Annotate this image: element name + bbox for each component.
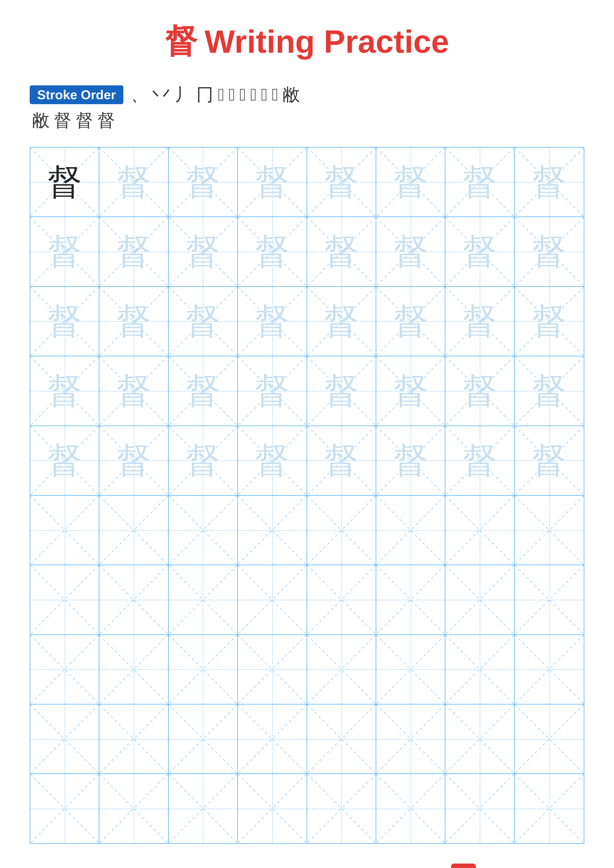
grid-cell-7-2[interactable] bbox=[99, 565, 168, 634]
grid-cell-9-1[interactable] bbox=[30, 704, 99, 773]
grid-cell-8-1[interactable] bbox=[30, 635, 99, 704]
grid-cell-9-2[interactable] bbox=[99, 704, 168, 773]
svg-line-92 bbox=[445, 496, 514, 565]
grid-cell-10-7[interactable] bbox=[445, 774, 515, 843]
grid-cell-1-1[interactable]: 督 bbox=[30, 147, 99, 217]
svg-line-145 bbox=[30, 774, 99, 843]
grid-cell-8-6[interactable] bbox=[376, 635, 445, 704]
grid-cell-8-8[interactable] bbox=[515, 635, 584, 704]
title-character: 督 bbox=[165, 20, 197, 64]
grid-cell-1-2[interactable]: 督 bbox=[99, 147, 168, 217]
grid-cell-10-3[interactable] bbox=[169, 774, 238, 843]
grid-cell-3-8[interactable]: 督 bbox=[515, 287, 584, 356]
grid-cell-6-1[interactable] bbox=[30, 496, 99, 565]
practice-grid: 督 督 督 督 bbox=[30, 147, 584, 844]
grid-cell-4-1[interactable]: 督 bbox=[30, 356, 99, 425]
grid-cell-5-7[interactable]: 督 bbox=[445, 426, 515, 495]
grid-cell-9-4[interactable] bbox=[238, 704, 307, 773]
grid-cell-9-8[interactable] bbox=[515, 704, 584, 773]
grid-cell-4-2[interactable]: 督 bbox=[99, 356, 168, 425]
grid-cell-5-4[interactable]: 督 bbox=[238, 426, 307, 495]
grid-cell-2-3[interactable]: 督 bbox=[169, 217, 238, 286]
grid-cell-5-1[interactable]: 督 bbox=[30, 426, 99, 495]
grid-cell-7-5[interactable] bbox=[307, 565, 376, 634]
grid-cell-5-6[interactable]: 督 bbox=[376, 426, 445, 495]
grid-cell-8-4[interactable] bbox=[238, 635, 307, 704]
svg-line-157 bbox=[445, 774, 514, 843]
grid-cell-5-8[interactable]: 督 bbox=[515, 426, 584, 495]
grid-cell-10-5[interactable] bbox=[307, 774, 376, 843]
grid-cell-9-3[interactable] bbox=[169, 704, 238, 773]
grid-cell-10-8[interactable] bbox=[515, 774, 584, 843]
page-title: 督 Writing Practice bbox=[165, 20, 449, 64]
grid-cell-2-5[interactable]: 督 bbox=[307, 217, 376, 286]
grid-cell-9-7[interactable] bbox=[445, 704, 515, 773]
svg-line-102 bbox=[238, 565, 306, 634]
grid-cell-9-6[interactable] bbox=[376, 704, 445, 773]
grid-cell-8-2[interactable] bbox=[99, 635, 168, 704]
grid-cell-7-4[interactable] bbox=[238, 565, 307, 634]
grid-cell-1-5[interactable]: 督 bbox=[307, 147, 376, 217]
grid-cell-6-8[interactable] bbox=[515, 496, 584, 565]
grid-cell-5-3[interactable]: 督 bbox=[169, 426, 238, 495]
stroke-5: 𠂊 bbox=[218, 85, 224, 105]
grid-cell-3-7[interactable]: 督 bbox=[445, 287, 515, 356]
grid-cell-1-3[interactable]: 督 bbox=[169, 147, 238, 217]
grid-cell-5-2[interactable]: 督 bbox=[99, 426, 168, 495]
svg-line-134 bbox=[238, 704, 306, 773]
svg-line-125 bbox=[445, 635, 514, 704]
grid-cell-6-6[interactable] bbox=[376, 496, 445, 565]
grid-cell-8-7[interactable] bbox=[445, 635, 515, 704]
grid-cell-10-2[interactable] bbox=[99, 774, 168, 843]
stroke-8: 𭐣 bbox=[250, 85, 257, 105]
svg-line-155 bbox=[376, 774, 445, 843]
grid-cell-3-1[interactable]: 督 bbox=[30, 287, 99, 356]
grid-cell-1-6[interactable]: 督 bbox=[376, 147, 445, 217]
grid-cell-3-5[interactable]: 督 bbox=[307, 287, 376, 356]
svg-line-150 bbox=[238, 774, 306, 843]
grid-cell-3-2[interactable]: 督 bbox=[99, 287, 168, 356]
grid-cell-1-8[interactable]: 督 bbox=[515, 147, 584, 217]
grid-row-9 bbox=[30, 704, 584, 774]
grid-cell-2-8[interactable]: 督 bbox=[515, 217, 584, 286]
grid-cell-4-6[interactable]: 督 bbox=[376, 356, 445, 425]
grid-cell-10-1[interactable] bbox=[30, 774, 99, 843]
grid-cell-6-7[interactable] bbox=[445, 496, 515, 565]
grid-cell-3-4[interactable]: 督 bbox=[238, 287, 307, 356]
grid-cell-6-4[interactable] bbox=[238, 496, 307, 565]
grid-cell-5-5[interactable]: 督 bbox=[307, 426, 376, 495]
grid-cell-3-3[interactable]: 督 bbox=[169, 287, 238, 356]
grid-cell-4-7[interactable]: 督 bbox=[445, 356, 515, 425]
grid-cell-9-5[interactable] bbox=[307, 704, 376, 773]
grid-cell-2-2[interactable]: 督 bbox=[99, 217, 168, 286]
grid-cell-7-7[interactable] bbox=[445, 565, 515, 634]
grid-cell-10-4[interactable] bbox=[238, 774, 307, 843]
grid-cell-7-3[interactable] bbox=[169, 565, 238, 634]
grid-cell-7-6[interactable] bbox=[376, 565, 445, 634]
grid-cell-4-8[interactable]: 督 bbox=[515, 356, 584, 425]
stroke-14: 督 bbox=[76, 109, 93, 132]
grid-cell-4-4[interactable]: 督 bbox=[238, 356, 307, 425]
grid-cell-10-6[interactable] bbox=[376, 774, 445, 843]
stroke-chars-row1: 、 丷 丿 冂 𠂊 𭐡 𭐢 𭐣 𭐤 𭐥 敝 bbox=[131, 83, 300, 106]
grid-cell-2-7[interactable]: 督 bbox=[445, 217, 515, 286]
grid-cell-4-5[interactable]: 督 bbox=[307, 356, 376, 425]
grid-cell-1-4[interactable]: 督 bbox=[238, 147, 307, 217]
grid-cell-6-3[interactable] bbox=[169, 496, 238, 565]
grid-cell-6-5[interactable] bbox=[307, 496, 376, 565]
svg-line-133 bbox=[169, 704, 237, 773]
grid-cell-1-7[interactable]: 督 bbox=[445, 147, 515, 217]
grid-cell-6-2[interactable] bbox=[99, 496, 168, 565]
grid-cell-7-1[interactable] bbox=[30, 565, 99, 634]
grid-cell-2-4[interactable]: 督 bbox=[238, 217, 307, 286]
grid-cell-2-1[interactable]: 督 bbox=[30, 217, 99, 286]
grid-cell-7-8[interactable] bbox=[515, 565, 584, 634]
svg-line-96 bbox=[30, 565, 99, 634]
svg-line-128 bbox=[30, 704, 99, 773]
grid-cell-3-6[interactable]: 督 bbox=[376, 287, 445, 356]
grid-cell-8-3[interactable] bbox=[169, 635, 238, 704]
grid-cell-4-3[interactable]: 督 bbox=[169, 356, 238, 425]
grid-cell-2-6[interactable]: 督 bbox=[376, 217, 445, 286]
svg-line-95 bbox=[515, 496, 584, 565]
grid-cell-8-5[interactable] bbox=[307, 635, 376, 704]
